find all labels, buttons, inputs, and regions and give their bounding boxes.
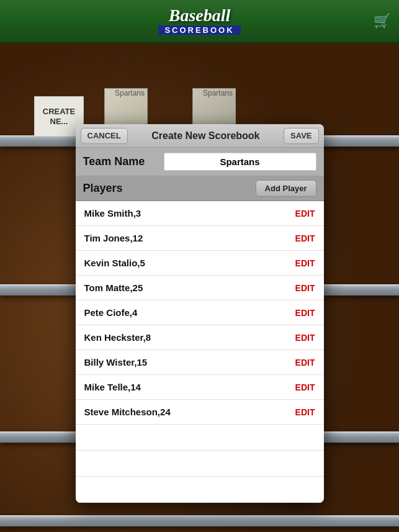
add-player-button[interactable]: Add Player — [256, 180, 316, 197]
app-logo: Baseball SCOREBOOK — [158, 7, 240, 35]
player-row: Tom Matte,25EDIT — [76, 276, 324, 300]
player-edit-button[interactable]: EDIT — [295, 233, 315, 243]
player-edit-button[interactable]: EDIT — [295, 333, 315, 343]
shelf-area: CREATENE... Spartans Spartans CANCEL Cre… — [0, 43, 399, 532]
modal-overlay: CANCEL Create New Scorebook SAVE Team Na… — [0, 43, 399, 532]
players-label: Players — [83, 182, 123, 195]
player-row: Pete Ciofe,4EDIT — [76, 300, 324, 325]
player-edit-button[interactable]: EDIT — [295, 382, 315, 392]
player-row: Steve Mitcheson,24EDIT — [76, 400, 324, 425]
player-row: Kevin Stalio,5EDIT — [76, 251, 324, 276]
player-name: Mike Smith,3 — [84, 208, 141, 219]
player-name: Steve Mitcheson,24 — [84, 407, 171, 417]
modal-title: Create New Scorebook — [128, 130, 284, 142]
cart-icon[interactable]: 🛒 — [374, 13, 390, 29]
empty-player-row — [76, 425, 324, 451]
save-button[interactable]: SAVE — [284, 128, 318, 144]
player-row: Billy Wister,15EDIT — [76, 350, 324, 375]
empty-player-row — [76, 451, 324, 477]
player-name: Kevin Stalio,5 — [84, 258, 145, 268]
player-edit-button[interactable]: EDIT — [295, 258, 315, 268]
player-edit-button[interactable]: EDIT — [295, 407, 315, 417]
logo-scorebook-text: SCOREBOOK — [158, 25, 240, 35]
player-row: Tim Jones,12EDIT — [76, 226, 324, 251]
player-list: Mike Smith,3EDITTim Jones,12EDITKevin St… — [76, 201, 324, 503]
empty-player-row — [76, 477, 324, 503]
team-name-label: Team Name — [83, 155, 164, 168]
player-edit-button[interactable]: EDIT — [295, 358, 315, 367]
player-name: Tom Matte,25 — [84, 282, 143, 293]
player-name: Pete Ciofe,4 — [84, 307, 138, 318]
team-name-row: Team Name — [76, 148, 324, 176]
player-row: Mike Smith,3EDIT — [76, 201, 324, 226]
player-edit-button[interactable]: EDIT — [295, 209, 315, 219]
player-name: Billy Wister,15 — [84, 357, 148, 367]
player-name: Tim Jones,12 — [84, 233, 143, 243]
logo-baseball-text: Baseball — [158, 7, 240, 24]
player-edit-button[interactable]: EDIT — [295, 283, 315, 293]
player-edit-button[interactable]: EDIT — [295, 308, 315, 318]
player-name: Mike Telle,14 — [84, 382, 141, 392]
team-name-input[interactable] — [164, 153, 316, 171]
app-header: Baseball SCOREBOOK 🛒 — [0, 0, 399, 43]
player-name: Ken Heckster,8 — [84, 332, 151, 343]
modal-header: CANCEL Create New Scorebook SAVE — [76, 124, 324, 148]
player-row: Ken Heckster,8EDIT — [76, 325, 324, 350]
create-scorebook-modal: CANCEL Create New Scorebook SAVE Team Na… — [76, 124, 324, 503]
cancel-button[interactable]: CANCEL — [81, 128, 128, 144]
players-header-row: Players Add Player — [76, 176, 324, 201]
player-row: Mike Telle,14EDIT — [76, 375, 324, 400]
